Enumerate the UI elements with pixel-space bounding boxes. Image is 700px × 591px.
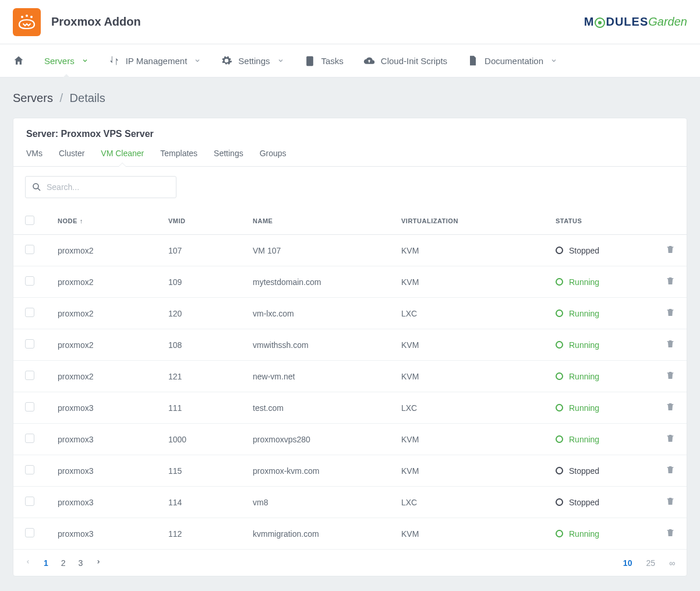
nav-settings[interactable]: Settings xyxy=(221,44,284,77)
tab-settings[interactable]: Settings xyxy=(214,149,243,166)
status-ring-icon xyxy=(556,372,563,380)
chevron-down-icon xyxy=(277,57,284,64)
breadcrumb-separator: / xyxy=(59,92,63,104)
status-ring-icon xyxy=(556,435,563,443)
delete-button[interactable] xyxy=(666,279,675,288)
cell-virtualization: KVM xyxy=(390,518,544,550)
breadcrumb-current: Details xyxy=(70,92,105,104)
search-box[interactable] xyxy=(25,176,176,198)
row-checkbox[interactable] xyxy=(25,528,34,537)
col-header-vmid[interactable]: VMID xyxy=(157,207,241,235)
tab-templates[interactable]: Templates xyxy=(160,149,197,166)
cell-vmid: 111 xyxy=(157,392,241,424)
select-all-checkbox[interactable] xyxy=(25,216,34,225)
table-row: proxmox2121new-vm.netKVMRunning xyxy=(13,361,687,392)
row-checkbox[interactable] xyxy=(25,402,34,411)
delete-button[interactable] xyxy=(666,467,675,477)
nav-ip[interactable]: IP Management xyxy=(108,44,201,77)
delete-button[interactable] xyxy=(666,247,675,256)
col-header-node[interactable]: NODE↑ xyxy=(46,207,157,235)
cell-status: Running xyxy=(544,424,654,455)
cell-node: proxmox3 xyxy=(46,455,157,487)
top-bar: Proxmox Addon M DULES Garden xyxy=(0,0,700,44)
cell-status: Stopped xyxy=(544,487,654,518)
doc-icon xyxy=(467,55,479,66)
tab-cluster[interactable]: Cluster xyxy=(59,149,84,166)
delete-button[interactable] xyxy=(666,373,675,382)
brand-part2: DULES xyxy=(606,15,648,29)
cell-status: Running xyxy=(544,266,654,298)
cell-status: Running xyxy=(544,329,654,361)
page-3[interactable]: 3 xyxy=(79,558,83,568)
col-header-virtualization[interactable]: VIRTUALIZATION xyxy=(390,207,544,235)
nav-label: Cloud-Init Scripts xyxy=(381,56,447,66)
status-text: Running xyxy=(569,435,599,444)
status-ring-icon xyxy=(556,309,563,317)
nav-label: IP Management xyxy=(126,56,188,66)
page-2[interactable]: 2 xyxy=(61,558,66,568)
row-checkbox[interactable] xyxy=(25,497,34,506)
cell-node: proxmox2 xyxy=(46,329,157,361)
delete-button[interactable] xyxy=(666,404,675,414)
nav-label: Servers xyxy=(44,56,75,66)
row-checkbox[interactable] xyxy=(25,371,34,380)
col-header-name[interactable]: NAME xyxy=(241,207,390,235)
delete-button[interactable] xyxy=(666,436,675,445)
tab-vm-cleaner[interactable]: VM Cleaner xyxy=(101,149,144,166)
row-checkbox[interactable] xyxy=(25,276,34,286)
row-checkbox[interactable] xyxy=(25,339,34,349)
nav-tasks[interactable]: Tasks xyxy=(304,44,344,77)
cell-name: vm-lxc.com xyxy=(241,298,390,329)
page-size-25[interactable]: 25 xyxy=(646,558,655,568)
row-checkbox[interactable] xyxy=(25,308,34,317)
cell-status: Stopped xyxy=(544,235,654,266)
tab-vms[interactable]: VMs xyxy=(26,149,43,166)
page-body: Servers / Details Server: Proxmox VPS Se… xyxy=(0,78,700,590)
gear-icon xyxy=(221,55,232,66)
cell-virtualization: LXC xyxy=(390,298,544,329)
card-tabs: VMsClusterVM CleanerTemplatesSettingsGro… xyxy=(13,149,687,167)
table-row: proxmox2109mytestdomain.comKVMRunning xyxy=(13,266,687,298)
delete-button[interactable] xyxy=(666,499,675,508)
tab-groups[interactable]: Groups xyxy=(260,149,287,166)
nav-home[interactable] xyxy=(13,44,24,77)
cell-vmid: 1000 xyxy=(157,424,241,455)
cell-name: mytestdomain.com xyxy=(241,266,390,298)
table-row: proxmox3114vm8LXCStopped xyxy=(13,487,687,518)
breadcrumb: Servers / Details xyxy=(13,92,687,105)
page-size-∞[interactable]: ∞ xyxy=(669,558,675,568)
page-size-10[interactable]: 10 xyxy=(623,558,632,568)
table-row: proxmox2107VM 107KVMStopped xyxy=(13,235,687,266)
delete-button[interactable] xyxy=(666,530,675,540)
cell-name: proxmox-kvm.com xyxy=(241,455,390,487)
cell-name: proxmoxvps280 xyxy=(241,424,390,455)
chevron-down-icon xyxy=(550,57,557,64)
breadcrumb-root[interactable]: Servers xyxy=(13,92,53,104)
row-checkbox[interactable] xyxy=(25,465,34,474)
row-checkbox[interactable] xyxy=(25,434,34,443)
delete-button[interactable] xyxy=(666,310,675,319)
nav-docs[interactable]: Documentation xyxy=(467,44,557,77)
nav-servers[interactable]: Servers xyxy=(44,44,89,77)
search-input[interactable] xyxy=(47,182,170,192)
app-logo xyxy=(13,8,41,36)
delete-button[interactable] xyxy=(666,342,675,351)
cell-node: proxmox2 xyxy=(46,235,157,266)
col-node-label: NODE xyxy=(58,217,77,224)
status-text: Stopped xyxy=(569,466,599,476)
page-1[interactable]: 1 xyxy=(44,558,48,568)
page-prev[interactable] xyxy=(25,558,31,568)
row-checkbox[interactable] xyxy=(25,245,34,254)
col-header-status[interactable]: STATUS xyxy=(544,207,654,235)
cell-status: Stopped xyxy=(544,455,654,487)
pagination: 123 1025∞ xyxy=(13,550,687,576)
page-next[interactable] xyxy=(96,558,101,568)
status-text: Stopped xyxy=(569,498,599,507)
brand-globe-icon xyxy=(595,17,605,28)
brand-part1: M xyxy=(584,15,595,29)
nav-cloudinit[interactable]: Cloud-Init Scripts xyxy=(363,44,447,77)
main-nav: ServersIP ManagementSettingsTasksCloud-I… xyxy=(0,44,700,78)
svg-point-3 xyxy=(33,184,38,189)
cell-name: vm8 xyxy=(241,487,390,518)
status-ring-icon xyxy=(556,404,563,411)
